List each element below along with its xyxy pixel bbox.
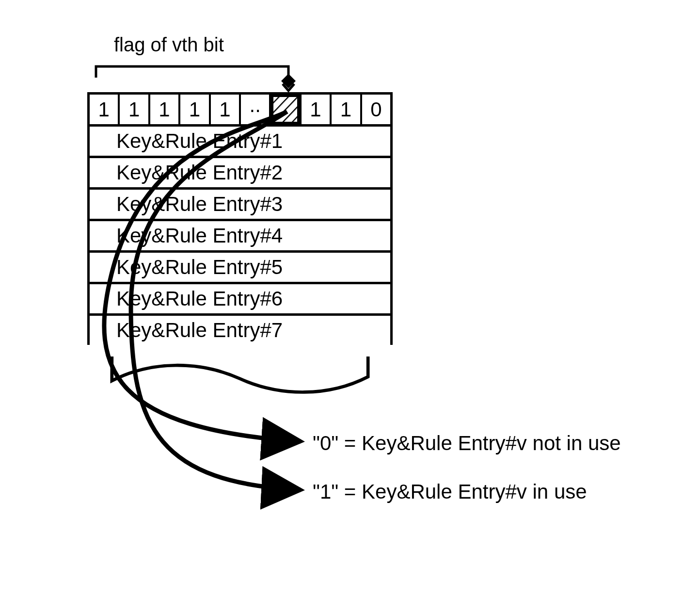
table: 1 1 1 1 1 ·· 1 1 0 Key&Rule bbox=[87, 92, 393, 345]
bit-cell-ellipsis: ·· bbox=[241, 95, 271, 124]
entry-row: Key&Rule Entry#6 bbox=[87, 282, 393, 313]
entry-row: Key&Rule Entry#2 bbox=[87, 156, 393, 187]
flag-label: flag of vth bit bbox=[114, 34, 224, 56]
legend-one: "1" = Key&Rule Entry#v in use bbox=[313, 480, 587, 503]
flag-bracket bbox=[95, 61, 313, 95]
legend-zero: "0" = Key&Rule Entry#v not in use bbox=[313, 432, 621, 455]
bits-row: 1 1 1 1 1 ·· 1 1 0 bbox=[87, 92, 393, 124]
bit-cell: 1 bbox=[150, 95, 180, 124]
bit-cell: 1 bbox=[211, 95, 241, 124]
entry-row: Key&Rule Entry#4 bbox=[87, 219, 393, 250]
bit-cell: 1 bbox=[332, 95, 362, 124]
bit-cell-vth bbox=[271, 95, 301, 124]
bit-cell: 0 bbox=[362, 95, 390, 124]
entry-row: Key&Rule Entry#5 bbox=[87, 250, 393, 282]
entry-row: Key&Rule Entry#3 bbox=[87, 187, 393, 219]
bit-cell: 1 bbox=[120, 95, 150, 124]
bit-cell: 1 bbox=[90, 95, 120, 124]
table-continuation-wave bbox=[85, 357, 395, 405]
bit-cell: 1 bbox=[302, 95, 332, 124]
entry-row: Key&Rule Entry#7 bbox=[87, 313, 393, 345]
entry-row: Key&Rule Entry#1 bbox=[87, 124, 393, 156]
bit-cell: 1 bbox=[180, 95, 210, 124]
